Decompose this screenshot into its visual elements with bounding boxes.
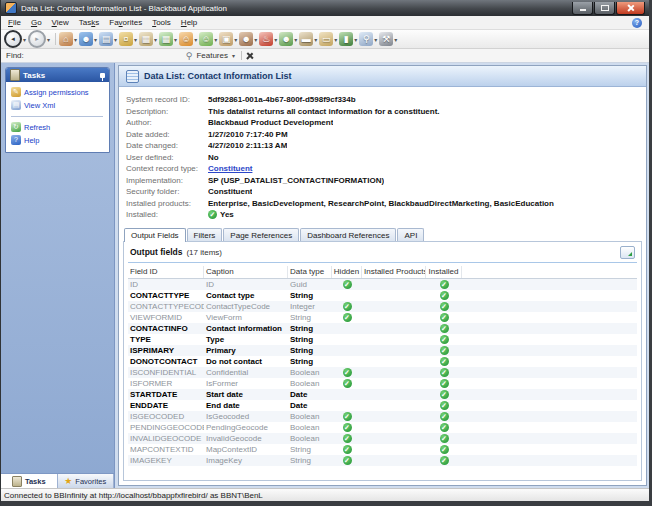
- tab-output-fields[interactable]: Output Fields: [124, 228, 186, 242]
- records-icon[interactable]: ▤: [99, 32, 113, 46]
- dropdown-arrow-icon[interactable]: ▾: [314, 36, 317, 43]
- columns-options-button[interactable]: [620, 246, 635, 259]
- table-row[interactable]: INVALIDGEOCODEInvalidGeocodeBoolean✓✓: [128, 433, 637, 444]
- pushpin-icon[interactable]: [100, 73, 105, 78]
- menu-go[interactable]: Go: [26, 18, 47, 27]
- dropdown-arrow-icon[interactable]: ▾: [334, 36, 337, 43]
- tools-icon[interactable]: ⚒: [379, 32, 393, 46]
- table-row[interactable]: TYPETypeString✓: [128, 334, 637, 345]
- tab-page-references[interactable]: Page References: [223, 228, 299, 241]
- data-type-cell: Integer: [288, 302, 332, 311]
- column-header-hidden[interactable]: Hidden: [332, 266, 362, 278]
- find-close-icon[interactable]: [246, 52, 253, 59]
- dropdown-arrow-icon[interactable]: ▾: [194, 36, 197, 43]
- back-dropdown-icon[interactable]: ▾: [23, 36, 26, 43]
- dropdown-arrow-icon[interactable]: ▾: [214, 36, 217, 43]
- dropdown-arrow-icon[interactable]: ▾: [74, 36, 77, 43]
- table-row[interactable]: CONTACTINFOContact informationString✓: [128, 323, 637, 334]
- coins-icon[interactable]: ¤: [119, 32, 133, 46]
- table-row[interactable]: MAPCONTEXTIDMapContextIDString✓✓: [128, 444, 637, 455]
- table-row[interactable]: IMAGEKEYImageKeyString✓✓: [128, 455, 637, 466]
- hidden-cell: ✓: [332, 423, 362, 432]
- find-input[interactable]: [28, 50, 182, 62]
- column-header-installed[interactable]: Installed: [426, 266, 462, 278]
- data-type-cell: String: [288, 313, 332, 322]
- dropdown-arrow-icon[interactable]: ▾: [294, 36, 297, 43]
- cash-register-icon[interactable]: ▦: [139, 32, 153, 46]
- group-icon[interactable]: ☻: [279, 32, 293, 46]
- tab-strip: Output FieldsFiltersPage ReferencesDashb…: [119, 226, 646, 241]
- table-row[interactable]: PENDINGGEOCODEPendingGeocodeBoolean✓✓: [128, 422, 637, 433]
- caption-cell: Contact information: [204, 324, 288, 333]
- minimize-button[interactable]: [572, 2, 593, 15]
- table-row[interactable]: ISFORMERIsFormerBoolean✓✓: [128, 378, 637, 389]
- column-header-caption[interactable]: Caption: [204, 266, 288, 278]
- person-icon[interactable]: ☺: [179, 32, 193, 46]
- menu-view[interactable]: View: [47, 18, 74, 27]
- table-row[interactable]: ENDDATEEnd dateDate✓: [128, 400, 637, 411]
- constituents-icon[interactable]: ☻: [79, 32, 93, 46]
- book-icon[interactable]: ▮: [339, 32, 353, 46]
- sidebar-tab-tasks[interactable]: Tasks: [1, 474, 58, 488]
- menu-tools[interactable]: Tools: [147, 18, 176, 27]
- table-row[interactable]: IDIDGuid✓✓: [128, 279, 637, 290]
- property-label: Date added:: [126, 130, 208, 139]
- task-link-refresh[interactable]: ↻Refresh: [11, 122, 106, 132]
- column-header-field-id[interactable]: Field ID: [128, 266, 204, 278]
- home-icon[interactable]: ⌂: [59, 32, 73, 46]
- table-row[interactable]: VIEWFORMIDViewFormString✓✓: [128, 312, 637, 323]
- thermometer-icon[interactable]: ♨: [259, 32, 273, 46]
- ticket-icon[interactable]: ▭: [319, 32, 333, 46]
- column-header-data-type[interactable]: Data type: [288, 266, 332, 278]
- gift-icon[interactable]: ▣: [219, 32, 233, 46]
- table-row[interactable]: ISGEOCODEDIsGeocodedBoolean✓✓: [128, 411, 637, 422]
- dropdown-arrow-icon[interactable]: ▾: [94, 36, 97, 43]
- close-button[interactable]: [616, 2, 645, 15]
- table-row[interactable]: ISCONFIDENTIALConfidentialBoolean✓✓: [128, 367, 637, 378]
- title-bar[interactable]: Data List: Contact Information List - Bl…: [1, 0, 649, 16]
- task-link-assign-permissions[interactable]: ✎Assign permissions: [11, 87, 106, 97]
- forward-button[interactable]: ►: [28, 30, 46, 48]
- property-label: Security folder:: [126, 187, 208, 196]
- menu-file[interactable]: File: [3, 18, 26, 27]
- table-row[interactable]: CONTACTTYPEContact typeString✓: [128, 290, 637, 301]
- dropdown-arrow-icon[interactable]: ▾: [254, 36, 257, 43]
- dropdown-arrow-icon[interactable]: ▾: [134, 36, 137, 43]
- task-link-view-xml[interactable]: ▤View Xml: [11, 100, 106, 110]
- table-row[interactable]: ISPRIMARYPrimaryString✓: [128, 345, 637, 356]
- property-value-link[interactable]: Constituent: [208, 164, 252, 173]
- dropdown-arrow-icon[interactable]: ▾: [154, 36, 157, 43]
- dropdown-arrow-icon[interactable]: ▾: [394, 36, 397, 43]
- dropdown-arrow-icon[interactable]: ▾: [274, 36, 277, 43]
- couple-icon[interactable]: ☻: [239, 32, 253, 46]
- tab-filters[interactable]: Filters: [187, 228, 223, 241]
- dropdown-arrow-icon[interactable]: ▾: [114, 36, 117, 43]
- dropdown-arrow-icon[interactable]: ▾: [234, 36, 237, 43]
- tab-api[interactable]: API: [397, 228, 424, 241]
- calendar-icon[interactable]: ▦: [159, 32, 173, 46]
- task-link-help[interactable]: ?Help: [11, 135, 106, 145]
- laptop-icon[interactable]: ▬: [299, 32, 313, 46]
- menu-tasks[interactable]: Tasks: [74, 18, 104, 27]
- property-label: Installed:: [126, 210, 208, 219]
- menu-favorites[interactable]: Favorites: [104, 18, 147, 27]
- maximize-button[interactable]: [594, 2, 615, 15]
- menu-help[interactable]: Help: [176, 18, 202, 27]
- dropdown-arrow-icon[interactable]: ▾: [174, 36, 177, 43]
- table-row[interactable]: STARTDATEStart dateDate✓: [128, 389, 637, 400]
- features-dropdown[interactable]: Features ▾: [196, 51, 237, 60]
- dropdown-arrow-icon[interactable]: ▾: [374, 36, 377, 43]
- column-header-installed-products[interactable]: Installed Products: [362, 266, 426, 278]
- help-icon[interactable]: ?: [632, 18, 642, 28]
- back-button[interactable]: ◄: [4, 30, 22, 48]
- forward-dropdown-icon[interactable]: ▾: [47, 36, 50, 43]
- tasks-panel-header[interactable]: Tasks: [6, 68, 109, 82]
- table-row[interactable]: CONTACTTYPECODEContactTypeCodeInteger✓✓: [128, 301, 637, 312]
- dropdown-arrow-icon[interactable]: ▾: [354, 36, 357, 43]
- sidebar-tab-favorites[interactable]: ★Favorites: [58, 474, 115, 488]
- person-waving-icon[interactable]: ☺: [199, 32, 213, 46]
- check-icon: ✓: [343, 313, 352, 322]
- search-icon[interactable]: ⚲: [359, 32, 373, 46]
- table-row[interactable]: DONOTCONTACTDo not contactString✓: [128, 356, 637, 367]
- tab-dashboard-references[interactable]: Dashboard References: [300, 228, 396, 241]
